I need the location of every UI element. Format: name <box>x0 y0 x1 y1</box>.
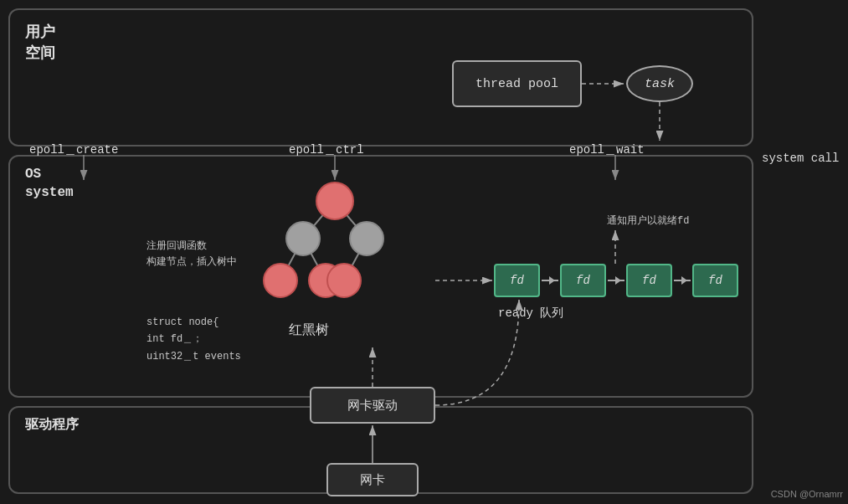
nic-driver-box: 网卡驱动 <box>310 387 435 424</box>
fd-box-2: fd <box>560 264 606 297</box>
task-ellipse: task <box>626 65 693 102</box>
nic-driver-label: 网卡驱动 <box>347 398 398 414</box>
nic-label: 网卡 <box>360 472 385 488</box>
fd-box-3: fd <box>626 264 672 297</box>
thread-pool-label: thread pool <box>475 77 558 91</box>
rbtree-container: 红黑树 <box>243 172 427 339</box>
thread-pool-box: thread pool <box>452 60 582 107</box>
task-label: task <box>645 77 675 91</box>
fd-box-4: fd <box>692 264 738 297</box>
notify-label: 通知用户以就绪fd <box>607 213 689 229</box>
fd-arrow-2 <box>608 280 624 281</box>
epoll-create-label: epoll＿create <box>29 142 118 157</box>
epoll-ctrl-label: epoll＿ctrl <box>289 142 364 157</box>
rbtree-svg <box>243 172 427 322</box>
svg-point-7 <box>350 222 383 255</box>
svg-point-6 <box>286 222 320 255</box>
nic-box: 网卡 <box>326 463 419 496</box>
user-space-label: 用户 空间 <box>25 23 55 64</box>
svg-point-8 <box>264 264 297 297</box>
os-label: OS system <box>25 165 74 203</box>
watermark: CSDN @Ornamrr <box>771 489 843 499</box>
register-label: 注册回调函数 构建节点，插入树中 <box>146 239 237 270</box>
system-call-label: system call <box>762 151 839 167</box>
fd-arrow-1 <box>542 280 558 281</box>
ready-label: ready 队列 <box>498 306 563 321</box>
fd-box-1: fd <box>494 264 540 297</box>
svg-point-10 <box>327 264 361 297</box>
driver-label: 驱动程序 <box>25 416 79 434</box>
epoll-wait-label: epoll＿wait <box>569 142 645 157</box>
struct-label: struct node{ int fd＿； uint32＿t events <box>146 314 241 365</box>
svg-point-5 <box>316 183 353 219</box>
rbtree-label: 红黑树 <box>289 321 329 339</box>
fd-container: fd fd fd fd <box>494 264 738 297</box>
fd-arrow-3 <box>674 280 691 281</box>
